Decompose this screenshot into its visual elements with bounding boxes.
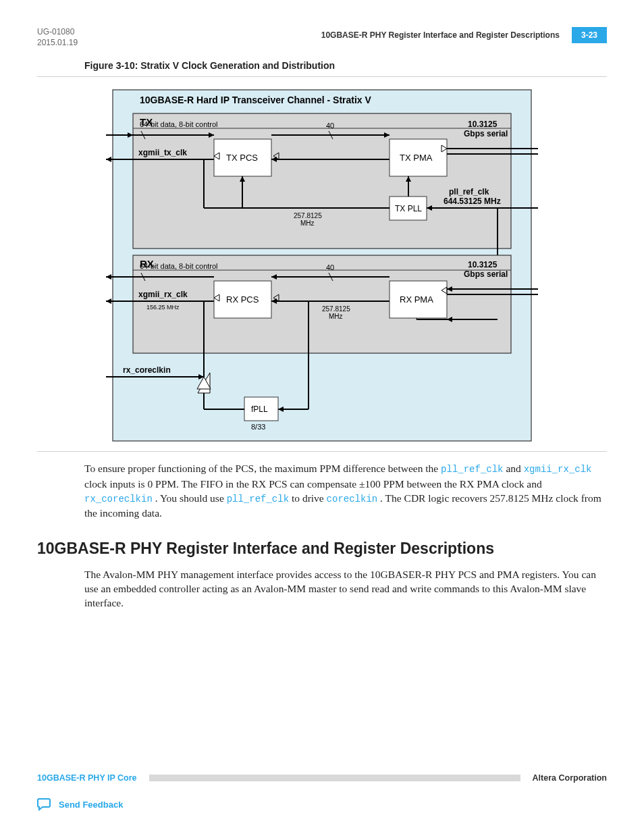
code-xgmiirxclk: xgmii_rx_clk [524,464,592,475]
p1-text-c: clock inputs is 0 PPM. The FIFO in the R… [84,478,542,490]
header-left: UG-01080 2015.01.19 [37,27,78,48]
page-number-badge: 3-23 [572,27,607,43]
svg-marker-36 [106,274,111,280]
tx-pma: TX PMA [400,153,433,163]
rx-clk-label: xgmii_rx_clk [138,290,188,299]
p1-text-e: to drive [292,492,327,504]
svg-marker-9 [106,157,111,162]
rx-freq-top: 257.8125 [322,305,350,313]
fpll-ratio: 8/33 [251,423,265,431]
section-body: The Avalon-MM PHY management interface p… [84,567,607,610]
tx-pll: TX PLL [395,204,422,213]
divider-2 [37,451,607,452]
footer-right: Altera Corporation [533,773,607,783]
tx-freq-top: 257.8125 [294,212,322,219]
section-heading: 10GBASE-R PHY Register Interface and Reg… [37,540,607,558]
p1-text-d: . You should use [155,492,227,504]
fpll-label: fPLL [251,405,268,414]
header-right: 10GBASE-R PHY Register Interface and Reg… [321,27,607,43]
code-rxcoreclkin: rx_coreclkin [84,494,153,504]
footer-bar [149,775,520,781]
doc-date: 2015.01.19 [37,38,78,49]
figure-caption: Figure 3-10: Stratix V Clock Generation … [84,60,607,71]
doc-id: UG-01080 [37,27,78,38]
page-header: UG-01080 2015.01.19 10GBASE-R PHY Regist… [37,27,607,48]
diagram-title: 10GBASE-R Hard IP Transceiver Channel - … [140,95,372,105]
tx-freq-bot: MHz [300,219,315,227]
tx-data-label: 64-bit data, 8-bit control [140,120,218,128]
svg-rect-1 [133,113,511,249]
code-coreclkin: coreclkin [327,494,378,504]
divider [37,76,607,77]
pll-ref-bot: 644.53125 MHz [444,197,501,206]
rx-coreclkin: rx_coreclkin [123,365,171,375]
figure-diagram: 10GBASE-R Hard IP Transceiver Channel - … [106,86,538,447]
tx-pcs: TX PCS [226,153,258,163]
rx-pcs: RX PCS [226,294,259,305]
feedback-label: Send Feedback [59,800,123,810]
tx-serial-top: 10.3125 [468,120,498,129]
rx-serial-bot: Gbps serial [464,269,508,279]
rx-data-label: 64-bit data, 8-bit control [140,262,218,270]
rx-clk-freq: 156.25 MHz [146,304,180,311]
footer-left[interactable]: 10GBASE-R PHY IP Core [37,773,137,783]
svg-marker-39 [106,298,111,304]
pll-ref-top: pll_ref_clk [449,187,489,197]
tx-clk-label: xgmii_tx_clk [138,148,187,157]
send-feedback-link[interactable]: Send Feedback [37,798,607,811]
p1-text-b: and [506,463,523,474]
chat-bubble-icon [37,798,52,811]
rx-bus-width: 40 [326,263,334,271]
tx-bus-width: 40 [326,122,334,130]
rx-serial-top: 10.3125 [468,260,498,269]
header-title: 10GBASE-R PHY Register Interface and Reg… [321,30,560,40]
page-footer: 10GBASE-R PHY IP Core Altera Corporation… [37,773,607,811]
rx-pma: RX PMA [400,294,433,305]
code-pllrefclk2: pll_ref_clk [227,494,289,504]
tx-serial-bot: Gbps serial [464,129,508,138]
p1-text: To ensure proper functioning of the PCS,… [84,463,441,474]
rx-freq-bot: MHz [329,313,343,320]
code-pllrefclk: pll_ref_clk [441,464,503,475]
paragraph-1: To ensure proper functioning of the PCS,… [84,461,607,520]
